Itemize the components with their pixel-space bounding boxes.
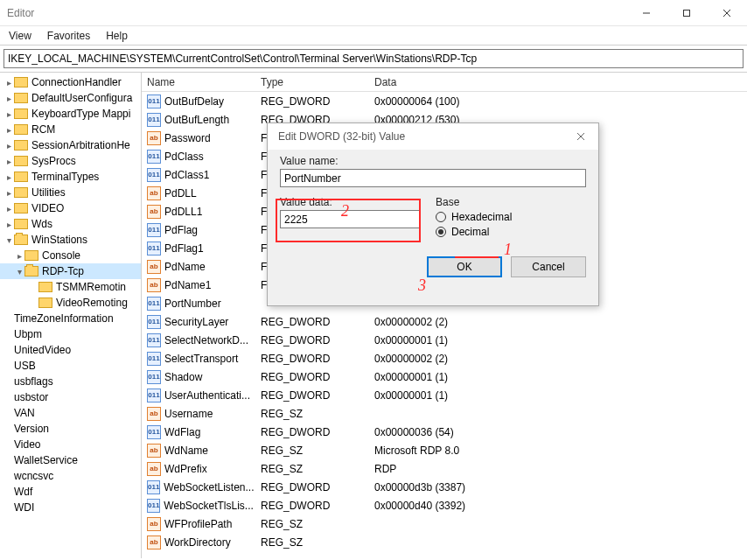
window-titlebar: Editor bbox=[0, 0, 747, 26]
tree-item[interactable]: ▸DefaultUserConfigura bbox=[0, 90, 141, 106]
tree-item[interactable]: ▸SessionArbitrationHe bbox=[0, 137, 141, 153]
dialog-title: Edit DWORD (32-bit) Value bbox=[278, 130, 405, 143]
tree-item-label: VideoRemoting bbox=[56, 297, 128, 309]
list-row[interactable]: abWFProfilePathREG_SZ bbox=[142, 514, 747, 533]
dialog-buttons: OK Cancel bbox=[268, 249, 598, 277]
tree-item-label: TSMMRemotin bbox=[56, 281, 126, 293]
tree-item[interactable]: ▾RDP-Tcp bbox=[0, 263, 141, 279]
list-row[interactable]: 011WebSocketTlsLis...REG_DWORD0x00000d40… bbox=[142, 496, 747, 514]
tree-item[interactable]: VAN bbox=[0, 405, 141, 421]
value-data-input[interactable] bbox=[280, 210, 420, 228]
tree-item[interactable]: UnitedVideo bbox=[0, 342, 141, 358]
expand-icon[interactable]: ▸ bbox=[3, 109, 14, 119]
tree-item[interactable]: ▸Wds bbox=[0, 216, 141, 232]
string-icon: ab bbox=[147, 260, 161, 274]
tree-item[interactable]: ▸KeyboardType Mappi bbox=[0, 106, 141, 122]
cell-type: REG_DWORD bbox=[255, 426, 369, 438]
value-name-input[interactable] bbox=[280, 169, 586, 187]
string-icon: ab bbox=[147, 131, 161, 145]
tree-item[interactable]: USB bbox=[0, 358, 141, 374]
close-button[interactable] bbox=[707, 0, 747, 26]
expand-icon[interactable]: ▸ bbox=[3, 172, 14, 182]
tree-item[interactable]: ▸RCM bbox=[0, 122, 141, 137]
ok-button[interactable]: OK bbox=[427, 256, 502, 277]
expand-icon[interactable]: ▾ bbox=[14, 267, 24, 276]
cell-name: abUsername bbox=[142, 407, 255, 421]
folder-icon bbox=[38, 298, 52, 308]
menu-view[interactable]: View bbox=[2, 28, 38, 44]
edit-dword-dialog: Edit DWORD (32-bit) Value Value name: Va… bbox=[267, 122, 599, 306]
radio-hex[interactable] bbox=[436, 212, 446, 222]
minimize-button[interactable] bbox=[626, 0, 667, 26]
list-row[interactable]: 011WebSocketListen...REG_DWORD0x00000d3b… bbox=[142, 478, 747, 496]
expand-icon[interactable]: ▾ bbox=[3, 235, 14, 245]
list-row[interactable]: 011WdFlagREG_DWORD0x00000036 (54) bbox=[142, 423, 747, 441]
col-header-type[interactable]: Type bbox=[255, 76, 369, 88]
tree-panel[interactable]: ▸ConnectionHandler▸DefaultUserConfigura▸… bbox=[0, 73, 142, 558]
list-row[interactable]: 011SelectNetworkD...REG_DWORD0x00000001 … bbox=[142, 331, 747, 349]
tree-item[interactable]: WDI bbox=[0, 500, 141, 515]
expand-icon[interactable]: ▸ bbox=[3, 94, 14, 103]
expand-icon[interactable]: ▸ bbox=[3, 141, 14, 150]
dword-icon: 011 bbox=[147, 315, 161, 329]
cancel-button[interactable]: Cancel bbox=[511, 256, 586, 277]
tree-item[interactable]: ▸ConnectionHandler bbox=[0, 74, 141, 90]
radio-hex-row[interactable]: Hexadecimal bbox=[436, 211, 586, 223]
tree-item[interactable]: VideoRemoting bbox=[0, 295, 141, 311]
folder-icon bbox=[14, 203, 28, 214]
value-name-text: Password bbox=[164, 132, 211, 144]
expand-icon[interactable]: ▸ bbox=[3, 125, 14, 135]
list-row[interactable]: abUsernameREG_SZ bbox=[142, 404, 747, 423]
expand-icon[interactable]: ▸ bbox=[3, 78, 14, 88]
tree-item[interactable]: Video bbox=[0, 437, 141, 452]
tree-item[interactable]: ▸VIDEO bbox=[0, 200, 141, 216]
tree-item[interactable]: usbstor bbox=[0, 389, 141, 405]
tree-item-label: usbflags bbox=[14, 375, 53, 388]
value-name-text: WdFlag bbox=[164, 426, 200, 438]
list-row[interactable]: 011SecurityLayerREG_DWORD0x00000002 (2) bbox=[142, 312, 747, 331]
base-label: Base bbox=[436, 196, 586, 208]
tree-item[interactable]: usbflags bbox=[0, 374, 141, 389]
radio-decimal[interactable] bbox=[436, 227, 446, 237]
expand-icon[interactable]: ▸ bbox=[3, 188, 14, 198]
list-row[interactable]: abWdPrefixREG_SZRDP bbox=[142, 459, 747, 478]
list-row[interactable]: abWdNameREG_SZMicrosoft RDP 8.0 bbox=[142, 441, 747, 459]
expand-icon[interactable]: ▸ bbox=[14, 251, 24, 261]
col-header-data[interactable]: Data bbox=[369, 76, 747, 88]
tree-item[interactable]: WalletService bbox=[0, 452, 141, 468]
radio-dec-label: Decimal bbox=[451, 226, 489, 238]
cell-name: 011WdFlag bbox=[142, 425, 255, 439]
list-row[interactable]: 011UserAuthenticati...REG_DWORD0x0000000… bbox=[142, 386, 747, 404]
maximize-button[interactable] bbox=[667, 0, 707, 26]
radio-dec-row[interactable]: Decimal bbox=[436, 226, 586, 238]
tree-item[interactable]: ▸Console bbox=[0, 248, 141, 263]
folder-icon bbox=[14, 172, 28, 182]
tree-item[interactable]: TSMMRemotin bbox=[0, 279, 141, 295]
tree-item[interactable]: Version bbox=[0, 421, 141, 437]
expand-icon[interactable]: ▸ bbox=[3, 220, 14, 229]
list-row[interactable]: 011ShadowREG_DWORD0x00000001 (1) bbox=[142, 368, 747, 386]
expand-icon[interactable]: ▸ bbox=[3, 157, 14, 166]
menu-favorites[interactable]: Favorites bbox=[40, 28, 97, 44]
tree-item[interactable]: ▾WinStations bbox=[0, 232, 141, 248]
col-header-name[interactable]: Name bbox=[142, 76, 255, 88]
cell-name: abPassword bbox=[142, 131, 255, 145]
dword-icon: 011 bbox=[147, 168, 161, 182]
tree-item[interactable]: TimeZoneInformation bbox=[0, 311, 141, 326]
expand-icon[interactable]: ▸ bbox=[3, 204, 14, 214]
value-name-text: PdFlag1 bbox=[164, 242, 204, 255]
tree-item[interactable]: ▸Utilities bbox=[0, 185, 141, 200]
tree-item[interactable]: ▸SysProcs bbox=[0, 153, 141, 169]
list-row[interactable]: abWorkDirectoryREG_SZ bbox=[142, 533, 747, 551]
tree-item[interactable]: Ubpm bbox=[0, 326, 141, 342]
tree-item[interactable]: ▸TerminalTypes bbox=[0, 169, 141, 185]
dialog-close-button[interactable] bbox=[570, 126, 591, 147]
menu-help[interactable]: Help bbox=[99, 28, 135, 44]
value-name-text: WdName bbox=[164, 444, 208, 457]
tree-item[interactable]: Wdf bbox=[0, 484, 141, 500]
tree-item[interactable]: wcncsvc bbox=[0, 468, 141, 484]
dialog-titlebar: Edit DWORD (32-bit) Value bbox=[268, 123, 598, 150]
list-row[interactable]: 011OutBufDelayREG_DWORD0x00000064 (100) bbox=[142, 92, 747, 110]
address-bar[interactable]: IKEY_LOCAL_MACHINE\SYSTEM\CurrentControl… bbox=[3, 49, 744, 68]
list-row[interactable]: 011SelectTransportREG_DWORD0x00000002 (2… bbox=[142, 349, 747, 368]
